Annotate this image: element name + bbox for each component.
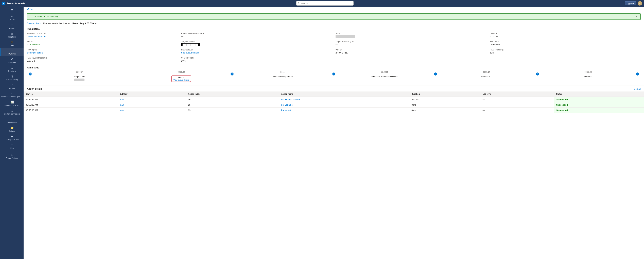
cpu-label: CPU (median) ℹ xyxy=(181,57,332,59)
sidebar-item-desktop-flow-runs[interactable]: ▶ Desktop flow runs xyxy=(0,133,24,142)
sidebar-item-custom-connectors[interactable]: ⬡ Custom connectors xyxy=(0,108,24,116)
see-input-details-link[interactable]: See input details xyxy=(27,51,43,54)
timeline-labels: Requested ℹ Queued ℹ xyxy=(28,75,639,82)
requested-info-icon[interactable]: ℹ xyxy=(84,76,85,78)
time-finalize: 00:00:03 xyxy=(537,71,639,73)
run-mode-value: Unattended xyxy=(490,43,641,46)
time-requested: 00:00:04 xyxy=(28,71,130,73)
dot-machine-assignment: ✓ xyxy=(332,72,336,75)
label-machine-assignment: Machine assignment ℹ xyxy=(232,75,334,82)
subflow-link-2[interactable]: main xyxy=(120,104,124,106)
sidebar-item-desktop-flow-activity[interactable]: 📊 Desktop flow activity xyxy=(0,99,24,108)
search-input[interactable] xyxy=(301,2,352,5)
sidebar-item-create[interactable]: ＋ Create xyxy=(0,22,24,31)
detail-status: Status ✓ Succeeded xyxy=(27,40,178,46)
target-machine-group-value: — xyxy=(336,43,486,46)
cell-action-index-2: 15 xyxy=(186,102,279,108)
label-queued: Queued ℹ View queue details xyxy=(130,75,232,82)
view-queue-details-link[interactable]: View queue details xyxy=(174,79,189,81)
dot-requested: ✓ xyxy=(28,72,32,75)
upgrade-button[interactable]: Upgrade xyxy=(625,1,636,5)
sidebar-item-ai-hub[interactable]: ✦ AI hub xyxy=(0,82,24,90)
breadcrumb-run-label: Ran at Aug 9, 05:55 AM xyxy=(72,22,96,24)
success-banner: ✓ Your flow ran successfully. ✕ xyxy=(27,13,641,20)
svg-line-2 xyxy=(299,4,300,4)
avatar[interactable]: U xyxy=(638,1,642,5)
label-finalize-text: Finalize ℹ xyxy=(584,75,592,78)
governance-control-link[interactable]: Governance control xyxy=(27,35,46,38)
label-finalize: Finalize ℹ xyxy=(537,75,639,82)
sidebar-item-learn[interactable]: 🎓 Learn xyxy=(0,39,24,48)
detail-parent-desktop-flow: Parent desktop flow run ℹ — xyxy=(181,32,332,38)
sort-icon-start[interactable]: ↓ ∨ xyxy=(31,93,33,95)
sidebar-item-menu[interactable]: ☰ xyxy=(0,7,24,13)
ram-median-info-icon[interactable]: ℹ xyxy=(504,49,504,51)
queued-info-icon[interactable]: ℹ xyxy=(185,77,186,79)
sidebar-item-catalog[interactable]: 📁 Catalog xyxy=(0,125,24,133)
solutions-icon: ⬡ xyxy=(11,66,13,69)
sidebar-item-power-platform[interactable]: ⊞ Power Platform xyxy=(0,152,24,160)
version-value: 2.48.6.24217 xyxy=(336,51,486,54)
search-box[interactable] xyxy=(296,1,354,5)
timeline: 00:00:04 00:00:02 31 ms 00:00:05 00:00:1… xyxy=(28,71,639,82)
sidebar-item-automation-center[interactable]: ⊙ Automation center (previ... xyxy=(0,90,24,99)
action-name-link-2[interactable]: Set variable xyxy=(281,104,293,106)
sidebar-item-process-mining[interactable]: ◎ Process mining xyxy=(0,73,24,82)
sidebar-label-ai-hub: AI hub xyxy=(10,87,15,89)
see-output-details-link[interactable]: See output details xyxy=(181,51,199,54)
topbar: Power Automate Upgrade U xyxy=(0,0,644,7)
parent-desktop-info-icon[interactable]: ℹ xyxy=(203,33,204,34)
action-name-link-1[interactable]: Invoke web service xyxy=(281,98,300,101)
finalize-info-icon[interactable]: ℹ xyxy=(592,76,592,78)
edit-icon xyxy=(27,8,29,10)
detail-target-machine: Target machine ℹ ████████████ xyxy=(181,40,332,46)
subflow-link-1[interactable]: main xyxy=(120,98,124,101)
col-duration: Duration xyxy=(410,91,480,97)
edit-label: Edit xyxy=(30,8,34,10)
sidebar-label-learn: Learn xyxy=(10,44,14,46)
label-execution-text: Execution ℹ xyxy=(481,75,491,78)
sidebar-label-more: More xyxy=(10,147,14,149)
sidebar-item-solutions[interactable]: ⬡ Solutions xyxy=(0,65,24,73)
breadcrumb-parent[interactable]: Desktop flows xyxy=(27,22,40,24)
ram-bytes-info-icon[interactable]: ℹ xyxy=(46,57,47,59)
sidebar-label-work-queues: Work queues xyxy=(6,121,18,123)
detail-parent-cloud-flow: Parent cloud flow run ℹ Governance contr… xyxy=(27,32,178,38)
action-details-title: Action details xyxy=(27,87,42,90)
cpu-info-icon[interactable]: ℹ xyxy=(195,57,195,59)
parent-cloud-info-icon[interactable]: ℹ xyxy=(46,33,47,34)
sidebar-label-catalog: Catalog xyxy=(9,130,15,132)
action-table: Start ↓ ∨ Subflow Action index Action na… xyxy=(24,91,644,113)
target-machine-info-icon[interactable]: ℹ xyxy=(196,41,196,42)
table-body: 05:55:39 AM main 16 Invoke web service 5… xyxy=(24,97,644,113)
detail-flow-outputs: Flow outputs See output details xyxy=(181,49,332,54)
sidebar-item-work-queues[interactable]: ☰ Work queues xyxy=(0,116,24,125)
dot-execution: ✓ xyxy=(536,72,539,75)
cell-status-1: Succeeded xyxy=(554,97,644,102)
edit-button[interactable]: Edit xyxy=(27,8,34,10)
sidebar-item-approvals[interactable]: ✓ Approvals xyxy=(0,56,24,65)
execution-info-icon[interactable]: ℹ xyxy=(491,76,491,78)
cell-log-level-2: — xyxy=(480,102,554,108)
subflow-link-3[interactable]: main xyxy=(120,109,124,111)
templates-icon: ⊞ xyxy=(11,32,13,35)
see-all-link[interactable]: See all xyxy=(634,88,641,90)
sidebar-item-home[interactable]: ⌂ Home xyxy=(0,13,24,22)
detail-start: Start ████ xyxy=(336,32,486,38)
col-subflow: Subflow xyxy=(118,91,186,97)
machine-assignment-info-icon[interactable]: ℹ xyxy=(292,76,293,78)
time-queued: 00:00:02 xyxy=(130,71,232,73)
sidebar-label-custom-connectors: Custom connectors xyxy=(4,113,20,115)
sidebar-item-more[interactable]: ••• More xyxy=(0,142,24,150)
breadcrumb-sep2: › xyxy=(71,22,71,24)
queued-highlight-box: Queued ℹ View queue details xyxy=(172,75,191,82)
sidebar-item-templates[interactable]: ⊞ Templates xyxy=(0,31,24,39)
track-segment-6: ✓ xyxy=(537,74,639,74)
connection-info-icon[interactable]: ℹ xyxy=(399,76,399,78)
action-name-link-3[interactable]: Parse text xyxy=(281,109,291,111)
sidebar-item-my-flows[interactable]: ↑ My flows xyxy=(0,48,24,56)
status-check-icon: ✓ xyxy=(27,43,29,46)
close-banner-button[interactable]: ✕ xyxy=(636,15,638,18)
ram-median-value: 68% xyxy=(490,51,641,54)
process-mining-icon: ◎ xyxy=(11,75,13,78)
